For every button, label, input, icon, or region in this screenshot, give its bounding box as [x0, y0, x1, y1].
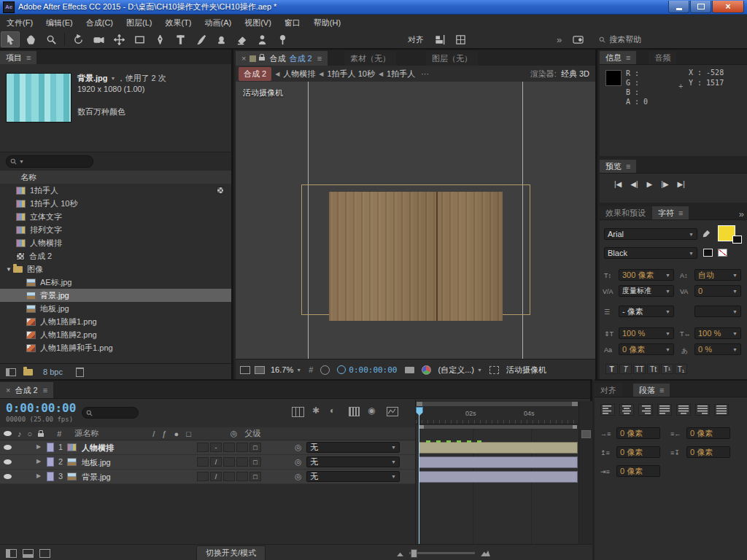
breadcrumb-current[interactable]: 合成 2: [239, 67, 271, 81]
previous-frame-button[interactable]: ◀|: [630, 180, 638, 188]
zoom-tool[interactable]: [42, 31, 61, 47]
3d-switch[interactable]: □: [249, 472, 261, 481]
menu-effect[interactable]: 效果(T): [158, 15, 198, 31]
project-item[interactable]: 地板.jpg: [0, 302, 231, 315]
justify-all-button[interactable]: [714, 404, 729, 416]
pan-behind-tool[interactable]: [109, 31, 128, 47]
3d-switch[interactable]: □: [249, 457, 261, 467]
resolution-dropdown[interactable]: (自定义...)▼: [438, 365, 482, 376]
hand-tool[interactable]: [21, 31, 40, 47]
next-frame-button[interactable]: |▶: [661, 180, 668, 188]
layer-twirl-icon[interactable]: ▶: [36, 443, 41, 450]
number-column-header[interactable]: #: [57, 429, 61, 438]
zoom-slider-handle[interactable]: [411, 549, 417, 558]
parent-column-header[interactable]: 父级: [244, 428, 260, 439]
titlebar[interactable]: Ae Adobe After Effects CC 2015 - D:\桌面\C…: [0, 0, 747, 15]
panel-menu-icon[interactable]: ≡: [678, 209, 683, 217]
font-style-dropdown[interactable]: Black▼: [604, 247, 697, 259]
visibility-eye-icon[interactable]: [4, 459, 12, 464]
parent-dropdown[interactable]: 无▼: [306, 442, 400, 453]
workspace-switch-icon[interactable]: [568, 31, 587, 47]
time-navigator-bar[interactable]: [416, 401, 578, 407]
layer-name[interactable]: 人物横排: [82, 443, 114, 454]
effects-presets-tab[interactable]: 效果和预设: [600, 206, 651, 219]
project-item-selected[interactable]: 背景.jpg: [0, 289, 231, 302]
layer-color-chip[interactable]: [47, 472, 54, 481]
space-before-field[interactable]: 0 像素: [616, 446, 660, 458]
keyframe-marker[interactable]: [467, 440, 471, 443]
menu-view[interactable]: 视图(V): [238, 15, 278, 31]
keyframe-marker[interactable]: [426, 440, 430, 443]
active-camera-dropdown[interactable]: 活动摄像机: [506, 365, 546, 376]
menu-edit[interactable]: 编辑(E): [39, 15, 80, 31]
project-item[interactable]: 人物横排: [0, 236, 231, 249]
menu-window[interactable]: 窗口: [278, 15, 307, 31]
snapshot-region-icon[interactable]: [255, 366, 265, 374]
project-item[interactable]: 人物1胳膊1.png: [0, 315, 231, 328]
clone-stamp-tool[interactable]: [212, 31, 231, 47]
composition-mini-flowchart-icon[interactable]: [292, 407, 304, 417]
zoom-out-mountain-icon[interactable]: [397, 549, 403, 558]
tab-close-icon[interactable]: ×: [6, 386, 10, 394]
space-after-field[interactable]: 0 像素: [686, 446, 730, 458]
faux-italic-toggle[interactable]: T: [619, 364, 632, 374]
expand-layer-switches-icon[interactable]: [6, 549, 17, 558]
current-time-button[interactable]: 0:00:00:00: [337, 365, 397, 375]
selection-tool[interactable]: [1, 31, 20, 47]
work-area-bar[interactable]: [419, 424, 578, 429]
project-item[interactable]: 1拍手人: [0, 184, 231, 197]
motion-blur-icon[interactable]: ◉: [368, 405, 375, 416]
vertical-scale-dropdown[interactable]: 100 %▼: [619, 327, 674, 339]
shape-tool[interactable]: [130, 31, 149, 47]
mask-visibility-icon[interactable]: [320, 365, 330, 375]
first-line-indent-field[interactable]: 0 像素: [616, 465, 660, 477]
line-width-dropdown[interactable]: - 像素▼: [619, 306, 674, 317]
kerning-dropdown[interactable]: 度量标准▼: [619, 285, 674, 297]
tsume-dropdown[interactable]: 0 %▼: [694, 343, 741, 355]
panel-menu-icon[interactable]: ≡: [626, 162, 630, 171]
trash-icon[interactable]: [76, 368, 84, 377]
interpret-footage-icon[interactable]: [6, 368, 16, 376]
audio-tab[interactable]: 音频: [649, 51, 676, 64]
grid-options-icon[interactable]: [451, 31, 470, 47]
layer-duration-bar[interactable]: [419, 442, 578, 454]
tracking-dropdown[interactable]: 0▼: [694, 285, 741, 297]
maximize-button[interactable]: [690, 1, 711, 13]
project-tab[interactable]: 项目 ≡: [0, 51, 36, 64]
wood-image-layer[interactable]: [329, 192, 503, 321]
layer-row[interactable]: ▶ 3 背景.jpg / □ ◎ 无▼: [0, 470, 416, 484]
justify-last-left-button[interactable]: [657, 404, 672, 416]
parent-pickwhip-icon[interactable]: ◎: [295, 443, 302, 452]
eyedropper-icon[interactable]: [702, 229, 711, 239]
type-tool[interactable]: [171, 31, 190, 47]
roto-brush-tool[interactable]: [252, 31, 271, 47]
layer-color-chip[interactable]: [47, 457, 54, 467]
eye-column-icon[interactable]: [4, 431, 12, 436]
layer-duration-bar[interactable]: [419, 471, 578, 483]
always-preview-icon[interactable]: [240, 366, 250, 374]
breadcrumb-item[interactable]: 1拍手人 10秒: [328, 69, 375, 79]
justify-last-center-button[interactable]: [676, 404, 691, 416]
last-frame-button[interactable]: ▶|: [678, 180, 685, 188]
project-item[interactable]: 人物1胳膊2.png: [0, 328, 231, 341]
project-bit-depth[interactable]: 8 bpc: [43, 368, 63, 376]
breadcrumb-more-icon[interactable]: ⋯: [421, 69, 429, 79]
visibility-eye-icon[interactable]: [4, 474, 12, 479]
timeline-zoom-slider[interactable]: [409, 552, 475, 554]
project-item[interactable]: 立体文字: [0, 210, 231, 223]
keyframe-marker[interactable]: [457, 440, 461, 443]
composition-viewer-tab[interactable]: × 合成 合成 2 ≡: [236, 51, 328, 66]
tab-close-icon[interactable]: ×: [241, 54, 246, 63]
frame-blending-icon[interactable]: [349, 407, 360, 416]
layer-twirl-icon[interactable]: ▶: [36, 458, 41, 464]
choose-grid-icon[interactable]: #: [309, 365, 313, 374]
puppet-pin-tool[interactable]: [273, 31, 292, 47]
no-color-swatch[interactable]: [718, 249, 727, 257]
layer-name[interactable]: 背景.jpg: [82, 472, 111, 483]
minimize-button[interactable]: [668, 1, 689, 13]
parent-dropdown[interactable]: 无▼: [306, 456, 400, 467]
name-column-header[interactable]: 名称: [20, 172, 36, 183]
footage-caret-icon[interactable]: ▼: [111, 76, 116, 81]
current-time-display[interactable]: 0:00:00:00: [6, 401, 76, 415]
panel-overflow-icon[interactable]: »: [739, 209, 744, 219]
